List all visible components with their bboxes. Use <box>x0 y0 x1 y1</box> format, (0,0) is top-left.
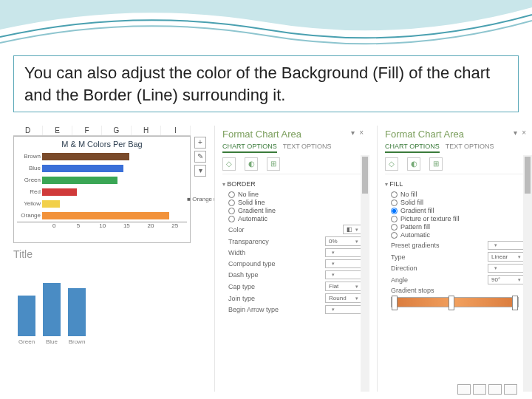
radio-picture-fill[interactable]: Picture or texture fill <box>391 215 525 222</box>
section-fill[interactable]: FILL <box>385 180 525 188</box>
compound-select[interactable] <box>325 259 362 268</box>
begin-arrow-select[interactable] <box>325 305 362 314</box>
pane-title: Format Chart Area <box>222 129 362 140</box>
scrollbar[interactable] <box>361 155 369 392</box>
radio-pattern-fill[interactable]: Pattern fill <box>391 223 525 231</box>
format-pane-fill: ▾× Format Chart Area CHART OPTIONS TEXT … <box>377 126 532 392</box>
join-select[interactable]: Round <box>325 293 362 303</box>
radio-no-line[interactable]: No line <box>228 191 362 198</box>
header-swoosh <box>0 0 532 59</box>
type-select[interactable]: Linear <box>488 252 525 262</box>
mini-chart[interactable]: GreenBlueBrown <box>13 273 124 355</box>
radio-automatic-line[interactable]: Automatic <box>228 215 362 222</box>
chart-filter-button[interactable]: ▾ <box>194 165 206 177</box>
slide-nav-icons[interactable] <box>457 384 517 395</box>
radio-no-fill[interactable]: No fill <box>391 191 525 198</box>
size-icon[interactable]: ⊞ <box>267 157 280 171</box>
section-border[interactable]: BORDER <box>222 180 362 188</box>
close-icon[interactable]: × <box>522 129 526 137</box>
mini-chart-title: Title <box>13 248 33 260</box>
chart-bars: Brown Blue Green Red Yellow Orange <box>17 151 187 222</box>
radio-solid-fill[interactable]: Solid fill <box>391 199 525 206</box>
format-pane-border: ▾× Format Chart Area CHART OPTIONS TEXT … <box>214 126 369 392</box>
spreadsheet-area: DEFGHI M & M Colors Per Bag Brown Blue G… <box>13 126 191 243</box>
direction-select[interactable] <box>488 264 525 273</box>
preset-select[interactable] <box>488 241 525 250</box>
chart-add-button[interactable]: + <box>194 137 206 149</box>
column-headers: DEFGHI <box>13 126 191 136</box>
tab-text-options[interactable]: TEXT OPTIONS <box>446 143 494 153</box>
angle-input[interactable]: 90° <box>488 275 525 284</box>
chart-style-button[interactable]: ✎ <box>194 151 206 163</box>
headline-text: You can also adjust the color of the Bac… <box>24 62 508 106</box>
tab-text-options[interactable]: TEXT OPTIONS <box>283 143 332 153</box>
embedded-chart[interactable]: M & M Colors Per Bag Brown Blue Green Re… <box>13 136 191 243</box>
headline-box: You can also adjust the color of the Bac… <box>13 55 519 112</box>
effects-icon[interactable]: ◐ <box>407 157 420 171</box>
gradient-stops-slider[interactable] <box>391 297 519 307</box>
transparency-input[interactable]: 0% <box>325 236 362 246</box>
color-picker[interactable]: ◧ <box>343 225 362 234</box>
close-icon[interactable]: × <box>359 129 364 137</box>
scrollbar[interactable] <box>523 155 532 392</box>
x-axis: 0510152025 <box>17 222 187 229</box>
tab-chart-options[interactable]: CHART OPTIONS <box>222 143 277 153</box>
effects-icon[interactable]: ◐ <box>245 157 258 171</box>
fill-line-icon[interactable]: ◇ <box>222 157 236 171</box>
width-input[interactable] <box>325 248 362 257</box>
pane-dropdown-icon[interactable]: ▾ <box>514 129 517 137</box>
radio-automatic-fill[interactable]: Automatic <box>391 231 525 239</box>
pane-title: Format Chart Area <box>385 129 525 140</box>
size-icon[interactable]: ⊞ <box>429 157 443 171</box>
cap-select[interactable]: Flat <box>325 282 362 291</box>
radio-gradient-line[interactable]: Gradient line <box>228 207 362 214</box>
tab-chart-options[interactable]: CHART OPTIONS <box>385 143 440 153</box>
pane-dropdown-icon[interactable]: ▾ <box>351 129 355 137</box>
radio-solid-line[interactable]: Solid line <box>228 199 362 206</box>
chart-title: M & M Colors Per Bag <box>17 140 187 149</box>
fill-line-icon[interactable]: ◇ <box>385 157 398 171</box>
dash-select[interactable] <box>325 270 362 279</box>
radio-gradient-fill[interactable]: Gradient fill <box>391 207 525 214</box>
